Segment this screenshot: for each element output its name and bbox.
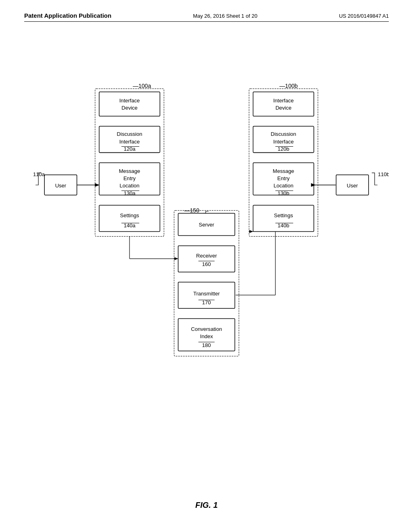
ref-160: 160: [202, 261, 211, 267]
box-receiver: [178, 246, 235, 272]
label-message-b-2: Entry: [277, 175, 290, 181]
ref-180: 180: [202, 342, 211, 348]
label-conv-index-2: Index: [200, 333, 213, 339]
label-server: Server: [199, 222, 215, 228]
ref-140a: 140a: [124, 222, 136, 229]
label-settings-a: Settings: [120, 212, 140, 218]
label-settings-b: Settings: [274, 212, 293, 218]
label-interface-b-2: Device: [275, 105, 292, 111]
brace-150: [203, 211, 209, 213]
label-message-a-1: Message: [119, 168, 140, 174]
brace-110b: [372, 173, 378, 185]
label-message-a-3: Location: [119, 183, 139, 189]
diagram-area: —100a Interface Device Discussion Interf…: [24, 64, 389, 492]
ref-120b: 120b: [277, 146, 289, 152]
ref-110a: 110a: [33, 171, 45, 177]
label-discussion-b-2: Interface: [273, 139, 294, 145]
label-user-b: User: [347, 183, 358, 189]
label-transmitter: Transmitter: [193, 291, 220, 297]
ref-120a: 120a: [124, 146, 136, 152]
header-date-sheet: May 26, 2016 Sheet 1 of 20: [193, 13, 257, 19]
label-conv-index-1: Conversation: [191, 326, 222, 332]
header-title: Patent Application Publication: [24, 12, 111, 19]
diagram-svg: —100a Interface Device Discussion Interf…: [24, 64, 389, 492]
label-discussion-a-1: Discussion: [117, 131, 142, 137]
ref-170: 170: [202, 299, 211, 305]
label-receiver: Receiver: [196, 253, 217, 259]
label-message-b-3: Location: [273, 183, 293, 189]
box-interface-device-b: [253, 92, 314, 116]
label-user-a: User: [55, 183, 67, 189]
label-discussion-b-1: Discussion: [271, 131, 296, 137]
ref-100a: —100a: [133, 83, 151, 89]
page-header: Patent Application Publication May 26, 2…: [24, 12, 389, 22]
box-interface-device-a: [99, 92, 160, 116]
figure-label: FIG. 1: [195, 501, 218, 510]
page: Patent Application Publication May 26, 2…: [0, 0, 413, 532]
ref-110b: 110b: [378, 171, 389, 177]
label-interface-a-1: Interface: [119, 98, 140, 104]
label-message-b-1: Message: [273, 168, 294, 174]
ref-140b: 140b: [277, 222, 289, 229]
ref-100b: —100b: [280, 83, 298, 89]
label-interface-b-1: Interface: [273, 98, 294, 104]
header-patent-number: US 2016/0149847 A1: [339, 13, 389, 19]
label-discussion-a-2: Interface: [119, 139, 140, 145]
ref-130a: 130a: [124, 190, 136, 196]
label-message-a-2: Entry: [123, 175, 136, 181]
ref-130b: 130b: [277, 190, 289, 196]
label-interface-a-2: Device: [121, 105, 138, 111]
